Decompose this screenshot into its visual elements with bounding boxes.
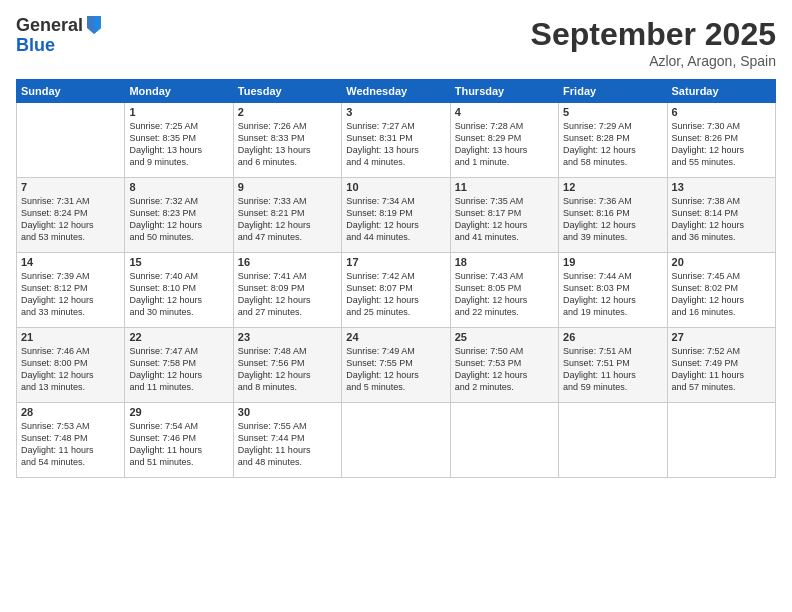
month-title: September 2025 bbox=[531, 16, 776, 53]
day-info: Sunrise: 7:52 AM Sunset: 7:49 PM Dayligh… bbox=[672, 345, 771, 394]
day-info: Sunrise: 7:48 AM Sunset: 7:56 PM Dayligh… bbox=[238, 345, 337, 394]
calendar-cell: 23Sunrise: 7:48 AM Sunset: 7:56 PM Dayli… bbox=[233, 328, 341, 403]
calendar-cell: 25Sunrise: 7:50 AM Sunset: 7:53 PM Dayli… bbox=[450, 328, 558, 403]
calendar-cell: 24Sunrise: 7:49 AM Sunset: 7:55 PM Dayli… bbox=[342, 328, 450, 403]
day-number: 25 bbox=[455, 331, 554, 343]
day-info: Sunrise: 7:51 AM Sunset: 7:51 PM Dayligh… bbox=[563, 345, 662, 394]
week-row-4: 21Sunrise: 7:46 AM Sunset: 8:00 PM Dayli… bbox=[17, 328, 776, 403]
location: Azlor, Aragon, Spain bbox=[531, 53, 776, 69]
day-info: Sunrise: 7:44 AM Sunset: 8:03 PM Dayligh… bbox=[563, 270, 662, 319]
day-info: Sunrise: 7:27 AM Sunset: 8:31 PM Dayligh… bbox=[346, 120, 445, 169]
header-friday: Friday bbox=[559, 80, 667, 103]
logo-icon bbox=[85, 14, 103, 36]
day-number: 27 bbox=[672, 331, 771, 343]
calendar-cell: 3Sunrise: 7:27 AM Sunset: 8:31 PM Daylig… bbox=[342, 103, 450, 178]
day-info: Sunrise: 7:25 AM Sunset: 8:35 PM Dayligh… bbox=[129, 120, 228, 169]
day-info: Sunrise: 7:47 AM Sunset: 7:58 PM Dayligh… bbox=[129, 345, 228, 394]
day-number: 19 bbox=[563, 256, 662, 268]
calendar-cell: 11Sunrise: 7:35 AM Sunset: 8:17 PM Dayli… bbox=[450, 178, 558, 253]
day-info: Sunrise: 7:33 AM Sunset: 8:21 PM Dayligh… bbox=[238, 195, 337, 244]
day-info: Sunrise: 7:38 AM Sunset: 8:14 PM Dayligh… bbox=[672, 195, 771, 244]
calendar-cell: 19Sunrise: 7:44 AM Sunset: 8:03 PM Dayli… bbox=[559, 253, 667, 328]
day-number: 17 bbox=[346, 256, 445, 268]
day-info: Sunrise: 7:26 AM Sunset: 8:33 PM Dayligh… bbox=[238, 120, 337, 169]
day-number: 21 bbox=[21, 331, 120, 343]
day-number: 18 bbox=[455, 256, 554, 268]
day-number: 16 bbox=[238, 256, 337, 268]
day-number: 4 bbox=[455, 106, 554, 118]
calendar-cell: 29Sunrise: 7:54 AM Sunset: 7:46 PM Dayli… bbox=[125, 403, 233, 478]
day-info: Sunrise: 7:50 AM Sunset: 7:53 PM Dayligh… bbox=[455, 345, 554, 394]
logo: General Blue bbox=[16, 16, 103, 56]
header-saturday: Saturday bbox=[667, 80, 775, 103]
day-info: Sunrise: 7:45 AM Sunset: 8:02 PM Dayligh… bbox=[672, 270, 771, 319]
calendar-cell bbox=[17, 103, 125, 178]
week-row-1: 1Sunrise: 7:25 AM Sunset: 8:35 PM Daylig… bbox=[17, 103, 776, 178]
day-number: 2 bbox=[238, 106, 337, 118]
logo-text: General Blue bbox=[16, 16, 103, 56]
calendar-cell: 9Sunrise: 7:33 AM Sunset: 8:21 PM Daylig… bbox=[233, 178, 341, 253]
calendar-cell: 14Sunrise: 7:39 AM Sunset: 8:12 PM Dayli… bbox=[17, 253, 125, 328]
calendar-cell: 12Sunrise: 7:36 AM Sunset: 8:16 PM Dayli… bbox=[559, 178, 667, 253]
day-number: 9 bbox=[238, 181, 337, 193]
calendar-table: SundayMondayTuesdayWednesdayThursdayFrid… bbox=[16, 79, 776, 478]
day-info: Sunrise: 7:53 AM Sunset: 7:48 PM Dayligh… bbox=[21, 420, 120, 469]
calendar-cell bbox=[559, 403, 667, 478]
day-number: 23 bbox=[238, 331, 337, 343]
day-number: 6 bbox=[672, 106, 771, 118]
day-number: 29 bbox=[129, 406, 228, 418]
day-info: Sunrise: 7:29 AM Sunset: 8:28 PM Dayligh… bbox=[563, 120, 662, 169]
calendar-cell: 22Sunrise: 7:47 AM Sunset: 7:58 PM Dayli… bbox=[125, 328, 233, 403]
day-info: Sunrise: 7:55 AM Sunset: 7:44 PM Dayligh… bbox=[238, 420, 337, 469]
day-number: 12 bbox=[563, 181, 662, 193]
header-monday: Monday bbox=[125, 80, 233, 103]
header-sunday: Sunday bbox=[17, 80, 125, 103]
day-number: 11 bbox=[455, 181, 554, 193]
week-row-3: 14Sunrise: 7:39 AM Sunset: 8:12 PM Dayli… bbox=[17, 253, 776, 328]
calendar-cell: 8Sunrise: 7:32 AM Sunset: 8:23 PM Daylig… bbox=[125, 178, 233, 253]
svg-marker-1 bbox=[94, 16, 101, 34]
day-info: Sunrise: 7:30 AM Sunset: 8:26 PM Dayligh… bbox=[672, 120, 771, 169]
logo-blue: Blue bbox=[16, 36, 103, 56]
calendar-cell bbox=[342, 403, 450, 478]
day-info: Sunrise: 7:39 AM Sunset: 8:12 PM Dayligh… bbox=[21, 270, 120, 319]
day-info: Sunrise: 7:42 AM Sunset: 8:07 PM Dayligh… bbox=[346, 270, 445, 319]
calendar-cell: 20Sunrise: 7:45 AM Sunset: 8:02 PM Dayli… bbox=[667, 253, 775, 328]
calendar-cell: 7Sunrise: 7:31 AM Sunset: 8:24 PM Daylig… bbox=[17, 178, 125, 253]
day-number: 30 bbox=[238, 406, 337, 418]
day-number: 15 bbox=[129, 256, 228, 268]
day-number: 13 bbox=[672, 181, 771, 193]
header-wednesday: Wednesday bbox=[342, 80, 450, 103]
calendar-cell bbox=[450, 403, 558, 478]
calendar-cell: 13Sunrise: 7:38 AM Sunset: 8:14 PM Dayli… bbox=[667, 178, 775, 253]
day-number: 14 bbox=[21, 256, 120, 268]
day-info: Sunrise: 7:49 AM Sunset: 7:55 PM Dayligh… bbox=[346, 345, 445, 394]
calendar-cell: 1Sunrise: 7:25 AM Sunset: 8:35 PM Daylig… bbox=[125, 103, 233, 178]
calendar-cell: 17Sunrise: 7:42 AM Sunset: 8:07 PM Dayli… bbox=[342, 253, 450, 328]
day-info: Sunrise: 7:41 AM Sunset: 8:09 PM Dayligh… bbox=[238, 270, 337, 319]
day-number: 5 bbox=[563, 106, 662, 118]
day-number: 7 bbox=[21, 181, 120, 193]
day-info: Sunrise: 7:28 AM Sunset: 8:29 PM Dayligh… bbox=[455, 120, 554, 169]
calendar-cell: 15Sunrise: 7:40 AM Sunset: 8:10 PM Dayli… bbox=[125, 253, 233, 328]
day-number: 28 bbox=[21, 406, 120, 418]
calendar-header-row: SundayMondayTuesdayWednesdayThursdayFrid… bbox=[17, 80, 776, 103]
logo-general: General bbox=[16, 16, 83, 36]
calendar-cell: 10Sunrise: 7:34 AM Sunset: 8:19 PM Dayli… bbox=[342, 178, 450, 253]
header-thursday: Thursday bbox=[450, 80, 558, 103]
day-number: 10 bbox=[346, 181, 445, 193]
calendar-cell: 16Sunrise: 7:41 AM Sunset: 8:09 PM Dayli… bbox=[233, 253, 341, 328]
header-tuesday: Tuesday bbox=[233, 80, 341, 103]
day-info: Sunrise: 7:40 AM Sunset: 8:10 PM Dayligh… bbox=[129, 270, 228, 319]
calendar-cell bbox=[667, 403, 775, 478]
week-row-5: 28Sunrise: 7:53 AM Sunset: 7:48 PM Dayli… bbox=[17, 403, 776, 478]
week-row-2: 7Sunrise: 7:31 AM Sunset: 8:24 PM Daylig… bbox=[17, 178, 776, 253]
day-info: Sunrise: 7:36 AM Sunset: 8:16 PM Dayligh… bbox=[563, 195, 662, 244]
day-info: Sunrise: 7:35 AM Sunset: 8:17 PM Dayligh… bbox=[455, 195, 554, 244]
header: General Blue September 2025 Azlor, Arago… bbox=[16, 16, 776, 69]
day-number: 1 bbox=[129, 106, 228, 118]
calendar-cell: 2Sunrise: 7:26 AM Sunset: 8:33 PM Daylig… bbox=[233, 103, 341, 178]
day-info: Sunrise: 7:43 AM Sunset: 8:05 PM Dayligh… bbox=[455, 270, 554, 319]
day-number: 8 bbox=[129, 181, 228, 193]
calendar-cell: 27Sunrise: 7:52 AM Sunset: 7:49 PM Dayli… bbox=[667, 328, 775, 403]
